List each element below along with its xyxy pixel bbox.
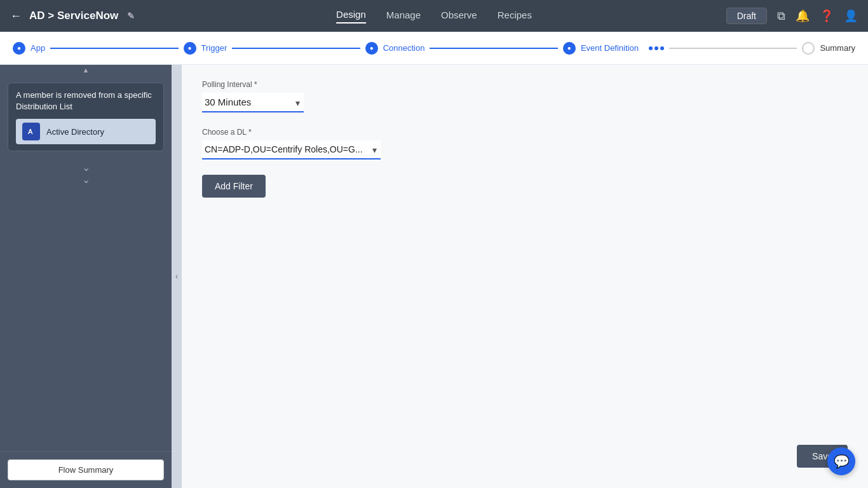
polling-interval-select[interactable]: 5 Minutes 10 Minutes 15 Minutes 30 Minut… bbox=[202, 93, 304, 112]
app-icon bbox=[22, 123, 40, 140]
wizard-step-app[interactable]: ● App bbox=[13, 42, 45, 55]
wizard-step-connection-circle: ● bbox=[365, 42, 378, 55]
edit-icon[interactable]: ✎ bbox=[127, 11, 135, 21]
wizard-bar: ● App ● Trigger ● Connection ● Event Def… bbox=[0, 32, 868, 65]
wizard-connector-3 bbox=[430, 48, 557, 49]
sidebar-app-name: Active Directory bbox=[46, 127, 104, 137]
draft-badge: Draft bbox=[726, 8, 767, 24]
wizard-step-trigger-circle: ● bbox=[184, 42, 196, 55]
tab-design[interactable]: Design bbox=[336, 9, 366, 24]
sidebar-bottom: Flow Summary bbox=[0, 451, 172, 488]
tab-recipes[interactable]: Recipes bbox=[498, 10, 532, 23]
add-filter-button[interactable]: Add Filter bbox=[202, 175, 266, 198]
main-layout: ▲ A member is removed from a specific Di… bbox=[0, 65, 868, 488]
wizard-step-trigger[interactable]: ● Trigger bbox=[184, 42, 227, 55]
sidebar-scroll-up: ▲ bbox=[0, 65, 172, 78]
sidebar: ▲ A member is removed from a specific Di… bbox=[0, 65, 172, 488]
wizard-step-app-label: App bbox=[31, 43, 45, 53]
notifications-icon[interactable]: 🔔 bbox=[796, 9, 810, 23]
wizard-step-trigger-label: Trigger bbox=[201, 43, 227, 53]
polling-interval-label: Polling Interval * bbox=[202, 80, 848, 89]
wizard-step-connection-label: Connection bbox=[383, 43, 425, 53]
wizard-step-app-circle: ● bbox=[13, 42, 25, 55]
wizard-step-summary[interactable]: Summary bbox=[802, 42, 855, 55]
flow-summary-button[interactable]: Flow Summary bbox=[8, 459, 164, 480]
user-icon[interactable]: 👤 bbox=[844, 9, 858, 23]
choose-dl-select-wrapper: CN=ADP-D,OU=Centrify Roles,OU=G... bbox=[202, 140, 381, 159]
sidebar-collapse-handle[interactable]: ‹ bbox=[172, 65, 182, 488]
trigger-text: A member is removed from a specific Dist… bbox=[16, 90, 156, 112]
external-link-icon[interactable]: ⧉ bbox=[777, 10, 785, 23]
polling-interval-select-wrapper: 5 Minutes 10 Minutes 15 Minutes 30 Minut… bbox=[202, 93, 304, 112]
choose-dl-label: Choose a DL * bbox=[202, 128, 848, 137]
nav-tabs: Design Manage Observe Recipes bbox=[336, 9, 532, 24]
choose-dl-group: Choose a DL * CN=ADP-D,OU=Centrify Roles… bbox=[202, 128, 848, 159]
top-nav: ← AD > ServiceNow ✎ Design Manage Observ… bbox=[0, 0, 868, 32]
chat-icon: 💬 bbox=[834, 454, 850, 469]
content-area: Polling Interval * 5 Minutes 10 Minutes … bbox=[182, 65, 868, 488]
sidebar-app-item[interactable]: Active Directory bbox=[16, 119, 156, 144]
choose-dl-select[interactable]: CN=ADP-D,OU=Centrify Roles,OU=G... bbox=[202, 140, 381, 159]
wizard-step-event-def[interactable]: ● Event Definition bbox=[563, 42, 664, 55]
wizard-connector-1 bbox=[50, 48, 178, 49]
wizard-step-summary-label: Summary bbox=[820, 43, 855, 53]
trigger-card: A member is removed from a specific Dist… bbox=[8, 83, 164, 151]
back-button[interactable]: ← bbox=[10, 10, 22, 23]
wizard-connector-2 bbox=[232, 48, 360, 49]
wizard-step-event-def-circle: ● bbox=[563, 42, 576, 55]
tab-observe[interactable]: Observe bbox=[441, 10, 477, 23]
chat-bubble-button[interactable]: 💬 bbox=[827, 447, 855, 475]
help-icon[interactable]: ❓ bbox=[820, 9, 834, 23]
collapse-icon: ‹ bbox=[175, 272, 178, 281]
wizard-step-summary-circle bbox=[802, 42, 815, 55]
tab-manage[interactable]: Manage bbox=[386, 10, 421, 23]
wizard-connector-4 bbox=[669, 48, 797, 49]
sidebar-expand-chevron[interactable]: ⌄⌄ bbox=[0, 156, 172, 191]
wizard-step-connection[interactable]: ● Connection bbox=[365, 42, 425, 55]
wizard-step-event-def-dots bbox=[649, 46, 664, 50]
wizard-step-event-def-label: Event Definition bbox=[581, 43, 639, 53]
polling-interval-group: Polling Interval * 5 Minutes 10 Minutes … bbox=[202, 80, 848, 112]
breadcrumb: AD > ServiceNow bbox=[29, 10, 118, 22]
